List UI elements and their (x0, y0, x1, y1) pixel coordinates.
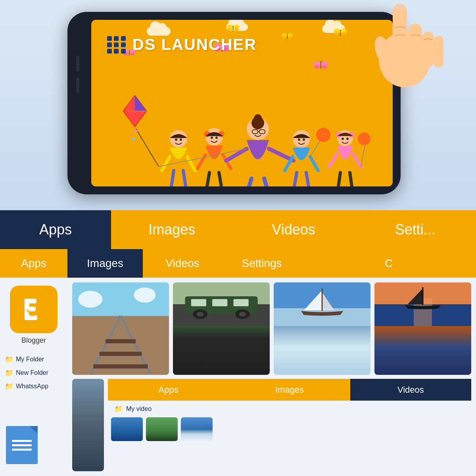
tab-images-row1[interactable]: Images (111, 210, 233, 249)
svg-point-115 (196, 312, 203, 317)
phone-volume-up-button (76, 56, 79, 71)
svg-point-58 (254, 114, 262, 122)
svg-line-44 (198, 155, 205, 169)
tab-apps-row3[interactable]: Apps (108, 379, 229, 401)
svg-line-56 (264, 178, 267, 186)
tab-videos-row2[interactable]: Videos (143, 249, 222, 278)
launcher-title: DS LAUNCHER (132, 36, 257, 54)
sailboat1-svg (274, 282, 370, 326)
svg-line-47 (219, 173, 221, 186)
tab-settings-row2[interactable]: Settings (222, 249, 301, 278)
svg-point-36 (170, 130, 187, 148)
svg-point-18 (342, 32, 346, 36)
folder-icon-3: 📁 (5, 382, 13, 391)
svg-point-28 (288, 36, 292, 39)
tab-more-row2[interactable]: C (301, 249, 476, 278)
svg-point-50 (211, 136, 213, 139)
svg-point-68 (298, 138, 300, 141)
tab-apps-row2[interactable]: Apps (0, 249, 67, 278)
tab-images-row2[interactable]: Images (67, 249, 143, 278)
railway-svg (72, 282, 169, 375)
hand-icon (357, 0, 444, 91)
row2-right: Apps Images Videos 📁 My v (108, 379, 471, 471)
butterfly-icon-3 (313, 60, 328, 71)
phone-volume-down-button (76, 77, 79, 93)
tab-videos-row3[interactable]: Videos (350, 379, 471, 401)
docs-icon-area (6, 426, 38, 464)
family-illustration (103, 87, 373, 186)
folder-item-my-folder[interactable]: 📁 My Folder (5, 353, 67, 366)
svg-line-46 (207, 173, 209, 186)
svg-point-17 (334, 32, 339, 36)
svg-point-27 (282, 36, 286, 39)
tab-settings-row1[interactable]: Setti... (354, 210, 476, 249)
svg-rect-111 (212, 299, 227, 306)
image-thumb-sailboat2[interactable] (374, 282, 471, 375)
svg-point-79 (342, 138, 344, 140)
image-thumb-train[interactable] (173, 282, 270, 375)
video-thumb-3[interactable] (181, 417, 213, 441)
phone-screen: DS LAUNCHER (91, 20, 393, 186)
phone-section: DS LAUNCHER (0, 0, 476, 210)
blogger-label: Blogger (21, 336, 46, 345)
phone-screen-inner: DS LAUNCHER (91, 20, 393, 186)
butterfly-icon-4 (333, 27, 347, 37)
folder-icon-1: 📁 (5, 355, 13, 364)
video-thumb-2[interactable] (146, 417, 178, 441)
svg-rect-84 (393, 4, 407, 56)
folder-item-new-folder[interactable]: 📁 New Folder (5, 366, 67, 380)
tab-images-row3[interactable]: Images (229, 379, 350, 401)
image-thumb-sailboat1[interactable] (274, 282, 370, 375)
svg-rect-95 (29, 299, 36, 303)
docs-line-2 (12, 444, 32, 446)
svg-line-75 (338, 173, 340, 186)
svg-point-42 (180, 138, 182, 141)
svg-point-41 (175, 138, 177, 141)
svg-point-71 (316, 128, 330, 142)
launcher-grid-icon (107, 36, 126, 54)
tab-apps-row1[interactable]: Apps (0, 210, 111, 249)
video-thumbnails (108, 417, 471, 441)
svg-line-65 (310, 157, 318, 171)
svg-point-7 (227, 28, 232, 31)
docs-line-3 (12, 449, 32, 451)
svg-line-67 (306, 173, 309, 186)
cloud-decoration-1 (147, 27, 171, 36)
bottom-section: Apps Images Videos Settings C (0, 249, 476, 476)
svg-marker-31 (135, 95, 147, 111)
blogger-icon-svg (16, 292, 52, 327)
blogger-app-icon[interactable] (10, 286, 58, 333)
svg-line-39 (171, 171, 174, 186)
my-video-label: My video (126, 405, 152, 413)
launcher-logo: DS LAUNCHER (107, 36, 257, 54)
image-thumb-mountain[interactable] (72, 379, 104, 471)
svg-point-82 (358, 132, 370, 145)
tab-bar-row-1: Apps Images Videos Setti... (0, 210, 476, 249)
svg-point-116 (239, 312, 246, 317)
sailboat2-svg (374, 282, 471, 326)
svg-point-51 (215, 136, 218, 139)
svg-point-8 (234, 28, 239, 31)
google-docs-icon[interactable] (6, 426, 38, 464)
butterfly-near-title-icon (282, 32, 293, 40)
folder-item-whatsapp[interactable]: 📁 WhatssApp (5, 380, 67, 393)
images-row-1 (72, 282, 471, 375)
tab-videos-row1[interactable]: Videos (233, 210, 355, 249)
svg-line-81 (361, 145, 365, 167)
svg-line-40 (183, 171, 186, 186)
svg-line-74 (353, 154, 361, 167)
video-thumb-1[interactable] (111, 417, 143, 441)
svg-line-73 (329, 154, 337, 167)
svg-line-32 (135, 127, 159, 167)
train-svg (173, 282, 270, 326)
svg-rect-85 (409, 24, 422, 63)
image-thumb-railway[interactable] (72, 282, 169, 375)
svg-rect-110 (191, 299, 206, 306)
svg-point-80 (346, 138, 349, 140)
svg-point-89 (394, 3, 405, 11)
tab-bar-row-3: Apps Images Videos (108, 379, 471, 401)
images-row-2: Apps Images Videos 📁 My v (72, 379, 471, 471)
my-video-section: 📁 My video (108, 401, 471, 417)
svg-point-105 (78, 291, 102, 307)
svg-line-37 (162, 157, 170, 171)
